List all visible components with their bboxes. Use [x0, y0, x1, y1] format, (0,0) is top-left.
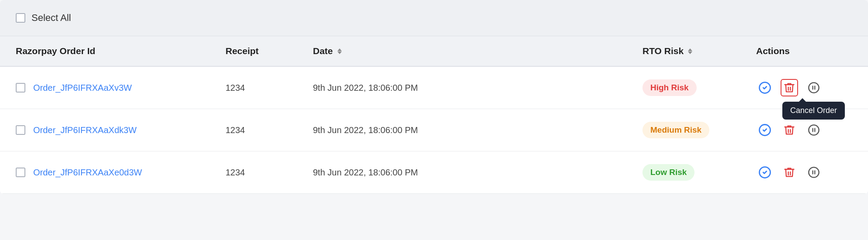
row2-delete-button[interactable]	[781, 121, 798, 139]
header-order-id: Razorpay Order Id	[16, 46, 226, 56]
row2-id-cell: Order_JfP6IFRXAaXdk3W	[16, 125, 226, 135]
row1-risk-badge: High Risk	[642, 79, 697, 96]
header-date[interactable]: Date	[313, 46, 642, 56]
orders-table: Select All Razorpay Order Id Receipt Dat…	[0, 0, 868, 194]
row3-order-link[interactable]: Order_JfP6IFRXAaXe0d3W	[33, 168, 142, 178]
row3-actions	[756, 164, 852, 181]
row2-risk: Medium Risk	[642, 122, 756, 138]
svg-point-9	[809, 167, 819, 177]
date-sort-icon	[337, 48, 342, 54]
header-rto-risk[interactable]: RTO Risk	[642, 46, 756, 56]
row3-delete-button[interactable]	[781, 164, 798, 181]
row1-checkbox[interactable]	[16, 83, 25, 93]
row2-date: 9th Jun 2022, 18:06:00 PM	[313, 125, 642, 135]
svg-point-1	[809, 82, 819, 93]
row3-receipt: 1234	[226, 168, 313, 178]
rto-sort-icon	[688, 48, 692, 54]
row3-risk: Low Risk	[642, 164, 756, 181]
table-row: Order_JfP6IFRXAaXv3W 1234 9th Jun 2022, …	[0, 67, 868, 109]
row1-id-cell: Order_JfP6IFRXAaXv3W	[16, 83, 226, 93]
row1-date: 9th Jun 2022, 18:06:00 PM	[313, 83, 642, 93]
header-actions: Actions	[756, 46, 852, 56]
select-all-checkbox[interactable]	[16, 13, 25, 23]
row2-actions	[756, 121, 852, 139]
row2-risk-badge: Medium Risk	[642, 122, 709, 138]
row3-date: 9th Jun 2022, 18:06:00 PM	[313, 168, 642, 178]
row1-pause-button[interactable]	[805, 79, 823, 96]
row1-actions: Cancel Order	[756, 79, 852, 96]
table-row: Order_JfP6IFRXAaXdk3W 1234 9th Jun 2022,…	[0, 109, 868, 151]
row1-order-link[interactable]: Order_JfP6IFRXAaXv3W	[33, 83, 132, 93]
cancel-order-tooltip: Cancel Order	[782, 102, 845, 120]
row2-verify-button[interactable]	[756, 121, 774, 139]
row2-receipt: 1234	[226, 125, 313, 135]
table-header: Razorpay Order Id Receipt Date RTO Risk …	[0, 36, 868, 67]
header-receipt: Receipt	[226, 46, 313, 56]
svg-point-5	[809, 125, 819, 135]
row2-checkbox[interactable]	[16, 125, 25, 135]
row1-receipt: 1234	[226, 83, 313, 93]
table-row: Order_JfP6IFRXAaXe0d3W 1234 9th Jun 2022…	[0, 151, 868, 194]
row1-verify-button[interactable]	[756, 79, 774, 96]
select-all-row: Select All	[0, 0, 868, 36]
row3-verify-button[interactable]	[756, 164, 774, 181]
row1-delete-button[interactable]	[781, 79, 798, 96]
row2-order-link[interactable]: Order_JfP6IFRXAaXdk3W	[33, 125, 137, 135]
select-all-label: Select All	[31, 12, 71, 24]
row3-checkbox[interactable]	[16, 168, 25, 177]
row1-risk: High Risk	[642, 79, 756, 96]
row3-risk-badge: Low Risk	[642, 164, 694, 181]
row3-id-cell: Order_JfP6IFRXAaXe0d3W	[16, 168, 226, 178]
row3-pause-button[interactable]	[805, 164, 823, 181]
row2-pause-button[interactable]	[805, 121, 823, 139]
